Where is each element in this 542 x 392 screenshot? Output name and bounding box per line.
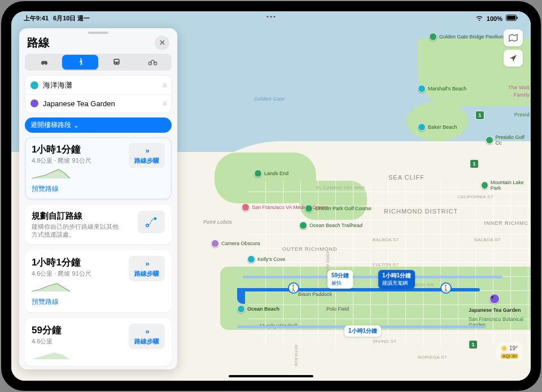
street-california: CALIFORNIA ST (457, 194, 493, 199)
label-point-lobos: Point Lobos (203, 219, 232, 225)
multitask-dots[interactable] (267, 16, 276, 18)
svg-rect-1 (507, 16, 515, 20)
wifi-icon (475, 15, 483, 22)
route-sub: 4.6公里 · 爬坡 91公尺 (32, 269, 91, 278)
label-walt: The Walt (508, 85, 530, 90)
stop-from[interactable]: 海洋海灘 ≡ (25, 76, 172, 94)
poi-camera-obscura[interactable]: Camera Obscura (211, 239, 260, 247)
stop-to[interactable]: Japanese Tea Garden ≡ (25, 94, 172, 112)
route-option-1[interactable]: 1小時1分鐘 4.8公里 · 爬坡 91公尺 » 路線步驟 預覽路線 (25, 137, 172, 199)
street-irving: IRVING ST (373, 339, 397, 344)
label-golden-gate: Golden Gate (254, 96, 285, 102)
poi-ocean-beach[interactable]: Ocean Beach (237, 305, 279, 313)
reorder-handle-icon[interactable]: ≡ (163, 99, 166, 108)
custom-route-title: 規劃自訂路線 (32, 211, 122, 221)
route-steps-button[interactable]: » 路線步驟 (129, 324, 165, 349)
svg-rect-2 (517, 17, 518, 19)
route-stops: 海洋海灘 ≡ Japanese Tea Garden ≡ (25, 75, 172, 113)
label-inner-richmond: INNER RICHMC (484, 220, 529, 226)
poi-presidio-golf[interactable]: Presidio Golf Cc (486, 134, 531, 146)
poi-bison[interactable]: Bison Paddock (298, 291, 332, 297)
street-45th: 45TH AVE (294, 345, 299, 367)
svg-point-5 (115, 63, 116, 64)
locate-button[interactable] (504, 50, 523, 67)
status-bar: 上午9:41 6月10日 週一 100% (11, 11, 531, 24)
panel-grabber[interactable] (88, 32, 108, 34)
walker-icon: 🚶 (288, 282, 299, 294)
route-time: 1小時1分鐘 (32, 143, 91, 156)
poi-bridge-pavilion[interactable]: Golden Gate Bridge Pavilion (429, 33, 504, 41)
status-time: 上午9:41 (24, 14, 49, 23)
svg-point-11 (154, 217, 157, 220)
mode-car[interactable] (26, 55, 62, 69)
directions-panel: 路線 ✕ 海洋海灘 (19, 28, 177, 369)
stop-to-label: Japanese Tea Garden (43, 99, 115, 108)
street-balboa2: BALBOA ST (474, 237, 501, 242)
home-indicator[interactable] (229, 375, 313, 377)
svg-point-6 (117, 63, 119, 64)
callout-1h-alt[interactable]: 1小時1分鐘 (344, 325, 381, 337)
preview-link[interactable]: 預覽路線 (32, 184, 165, 194)
walker-icon-2: 🚶 (440, 282, 452, 294)
close-button[interactable]: ✕ (155, 36, 169, 50)
elevation-graph-icon (32, 167, 70, 180)
route-time: 1小時1分鐘 (32, 256, 91, 269)
street-noriega: NORIEGA ST (418, 355, 447, 360)
route-steps-button[interactable]: » 路線步驟 (129, 143, 165, 168)
reorder-handle-icon[interactable]: ≡ (163, 81, 166, 90)
weather-widget[interactable]: ☀️ 19° AQI 30 (496, 342, 523, 361)
transport-mode-segmented (25, 54, 172, 71)
chevrons-right-icon: » (134, 327, 159, 336)
poi-polo[interactable]: Polo Field (326, 306, 349, 312)
chevrons-right-icon: » (134, 146, 159, 155)
route-steps-button[interactable]: » 路線步驟 (129, 256, 165, 281)
custom-route-icon (138, 211, 165, 233)
poi-lands-end[interactable]: Lands End (254, 169, 289, 177)
avoid-options-chip[interactable]: 避開樓梯路段 ⌄ (25, 117, 172, 133)
street-balboa: BALBOA ST (373, 237, 399, 242)
elevation-graph-icon (32, 348, 70, 360)
mode-walk[interactable] (62, 55, 98, 69)
status-date: 6月10日 週一 (53, 14, 90, 23)
mode-bike[interactable] (134, 55, 171, 69)
map-mode-button[interactable] (504, 29, 523, 46)
label-presid: Presid (514, 112, 530, 117)
svg-point-3 (80, 58, 81, 59)
poi-tea-garden[interactable]: ★Japanese Tea Garden (469, 294, 521, 313)
elevation-graph-icon (32, 280, 70, 293)
shield-1c: 1 (469, 340, 478, 349)
custom-route-desc: 建構你自己的步行路線來以其他方式抵達該處。 (32, 223, 122, 239)
preview-link[interactable]: 預覽路線 (32, 297, 165, 307)
mode-transit[interactable] (98, 55, 134, 69)
callout-59[interactable]: 59分鐘最快 (327, 270, 353, 289)
poi-marshalls-beach[interactable]: Marshall's Beach (418, 85, 466, 93)
street-fulton: FULTON ST (373, 262, 399, 267)
chevrons-right-icon: » (134, 259, 159, 268)
panel-title: 路線 (27, 35, 50, 50)
route-option-3[interactable]: 59分鐘 4.6公里 » 路線步驟 (25, 318, 172, 366)
chevron-down-icon: ⌄ (73, 121, 79, 129)
svg-point-10 (146, 224, 149, 227)
route-option-2[interactable]: 1小時1分鐘 4.6公里 · 爬坡 91公尺 » 路線步驟 預覽路線 (25, 250, 172, 312)
callout-1h[interactable]: 1小時1分鐘建議充電網 (378, 270, 415, 289)
destination-dot-icon (30, 99, 38, 107)
poi-ob-trailhead[interactable]: Ocean Beach Trailhead (299, 221, 362, 229)
custom-route-card[interactable]: 規劃自訂路線 建構你自己的步行路線來以其他方式抵達該處。 (25, 205, 172, 245)
street-camino: EL CAMINO DEL MAR (316, 185, 365, 190)
route-sub: 4.8公里 · 爬坡 91公尺 (32, 156, 91, 165)
svg-rect-7 (115, 60, 119, 62)
battery-icon (506, 15, 518, 22)
shield-1a: 1 (475, 111, 484, 120)
route-sub: 4.6公里 (32, 337, 70, 346)
route-time: 59分鐘 (32, 324, 70, 337)
label-family: Family (514, 92, 530, 98)
label-richmond: RICHMOND DISTRICT (384, 208, 458, 215)
poi-lincoln-park[interactable]: Lincoln Park Golf Course (305, 204, 371, 212)
poi-baker-beach[interactable]: Baker Beach (418, 123, 457, 131)
origin-dot-icon (30, 81, 38, 89)
poi-kellys-cove[interactable]: Kelly's Cove (247, 255, 285, 263)
battery-percent: 100% (487, 15, 502, 22)
shield-1b: 1 (470, 159, 479, 168)
poi-mountain-lake[interactable]: Mountain Lake Park (481, 180, 531, 191)
label-seacliff: SEA CLIFF (388, 174, 425, 181)
